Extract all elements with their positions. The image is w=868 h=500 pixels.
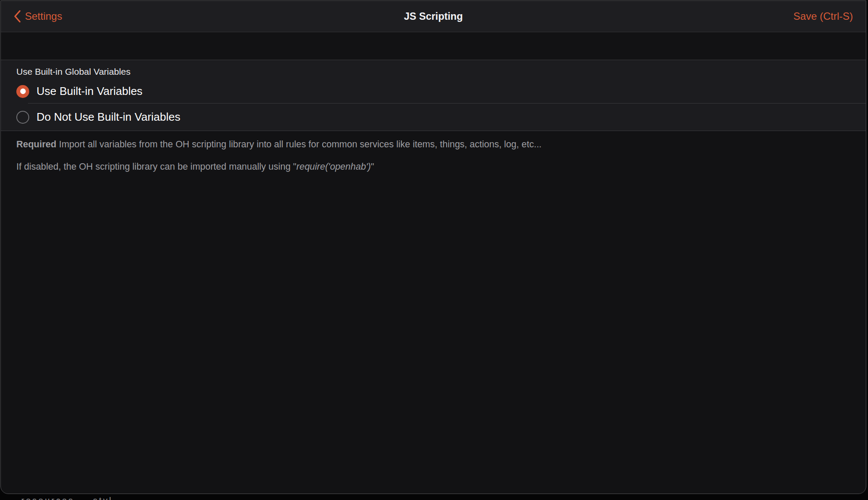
description-line-2-suffix: " <box>371 162 374 172</box>
required-badge-text: Required <box>16 139 56 149</box>
parameter-description: Required Import all variables from the O… <box>1 131 866 173</box>
description-line-2-prefix: If disabled, the OH scripting library ca… <box>16 162 296 172</box>
parameter-group-label: Use Built-in Global Variables <box>1 60 866 79</box>
page-gap <box>1 32 866 60</box>
settings-window: Settings JS Scripting Save (Ctrl-S) Use … <box>0 0 866 494</box>
description-line-1-text: Import all variables from the OH scripti… <box>56 139 541 149</box>
save-button[interactable]: Save (Ctrl-S) <box>793 10 853 22</box>
back-button-label: Settings <box>25 10 62 22</box>
chevron-left-icon <box>14 10 21 23</box>
description-line-2: If disabled, the OH scripting library ca… <box>16 161 850 173</box>
navbar: Settings JS Scripting Save (Ctrl-S) <box>1 1 866 32</box>
page-title: JS Scripting <box>404 11 463 22</box>
clipped-background-text: … resources … styl … <box>0 494 868 500</box>
radio-option-no-builtin[interactable]: Do Not Use Built-in Variables <box>1 104 866 131</box>
radio-unselected-icon <box>16 111 29 124</box>
description-line-1: Required Import all variables from the O… <box>16 138 850 151</box>
radio-option-label: Use Built-in Variables <box>37 85 143 98</box>
radio-option-label: Do Not Use Built-in Variables <box>37 110 180 124</box>
description-code-text: require('openhab') <box>296 162 371 172</box>
config-parameter-list: Use Built-in Global Variables Use Built-… <box>1 60 866 131</box>
radio-selected-icon <box>16 85 29 98</box>
back-button[interactable]: Settings <box>14 10 62 23</box>
radio-option-use-builtin[interactable]: Use Built-in Variables <box>1 79 866 104</box>
